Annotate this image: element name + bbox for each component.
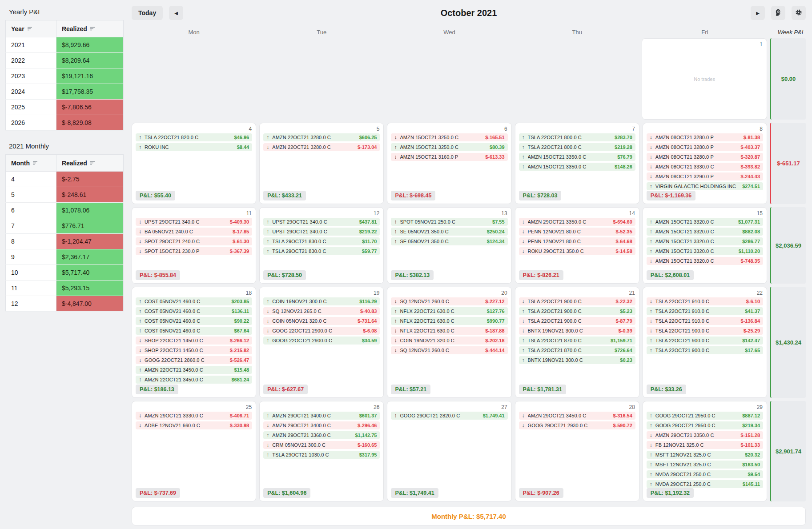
trade-row[interactable]: ↑AMZN 15OCT21 3320.0 C$882.08 bbox=[647, 228, 763, 236]
trade-row[interactable]: ↑AMZN 15OCT21 3250.0 C$80.39 bbox=[391, 143, 507, 151]
trade-row[interactable]: ↓AMZN 29OCT21 3350.0 C$-151.28 bbox=[647, 431, 763, 439]
trade-row[interactable]: ↓SHOP 22OCT21 1450.0 C$-266.12 bbox=[136, 337, 252, 345]
trade-row[interactable]: ↑TSLA 29OCT21 1030.0 C$317.95 bbox=[263, 451, 380, 459]
trade-row[interactable]: ↓SQ 12NOV21 260.0 C$-444.14 bbox=[391, 346, 507, 354]
trade-row[interactable]: ↑COST 05NOV21 460.0 C$136.11 bbox=[136, 307, 252, 315]
trade-row[interactable]: ↓AMZN 29OCT21 3330.0 C$-406.71 bbox=[136, 412, 252, 420]
trade-row[interactable]: ↓UPST 29OCT21 340.0 C$-409.30 bbox=[136, 218, 252, 226]
trade-row[interactable]: ↑TSLA 22OCT21 800.0 C$219.28 bbox=[519, 143, 635, 151]
trade-symbol: UPST 29OCT21 340.0 C bbox=[272, 219, 356, 224]
trade-row[interactable]: ↓AMZN 15OCT21 3160.0 P$-613.33 bbox=[391, 153, 507, 161]
trade-row[interactable]: ↑TSLA 22OCT21 800.0 C$283.70 bbox=[519, 133, 635, 141]
trade-row[interactable]: ↑TSLA 22OCT21 870.0 C$726.64 bbox=[519, 346, 635, 354]
trade-row[interactable]: ↓TSLA 22OCT21 900.0 C$-22.32 bbox=[519, 297, 635, 305]
trade-row[interactable]: ↑TSLA 22OCT21 900.0 C$142.47 bbox=[647, 337, 763, 345]
trade-row[interactable]: ↑NVDA 29OCT21 250.0 C$145.11 bbox=[647, 480, 763, 488]
trade-row[interactable]: ↓COIN 05NOV21 320.0 C$-731.64 bbox=[263, 317, 380, 325]
trade-row[interactable]: ↓AMZN 08OCT21 3330.0 C$-393.82 bbox=[647, 163, 763, 171]
trade-row[interactable]: ↓TSLA 22OCT21 900.0 C$-87.79 bbox=[519, 317, 635, 325]
trade-row[interactable]: ↓BA 05NOV21 240.0 C$-17.85 bbox=[136, 228, 252, 236]
trade-row[interactable]: ↑GOOG 29OCT21 2950.0 C$219.34 bbox=[647, 421, 763, 429]
trade-row[interactable]: ↓GOOG 29OCT21 2930.0 C$-590.72 bbox=[519, 421, 635, 429]
trade-row[interactable]: ↓PENN 12NOV21 80.0 C$-52.35 bbox=[519, 228, 635, 236]
trade-row[interactable]: ↑MSFT 12NOV21 325.0 C$20.32 bbox=[647, 451, 763, 459]
trade-row[interactable]: ↓ROKU 29OCT21 350.0 C$-14.58 bbox=[519, 247, 635, 255]
trade-symbol: TSLA 22OCT21 820.0 C bbox=[145, 135, 232, 140]
trade-row[interactable]: ↑AMZN 29OCT21 3400.0 C$601.37 bbox=[263, 412, 380, 420]
trade-row[interactable]: ↑GOOG 29OCT21 2820.0 C$1,749.41 bbox=[391, 412, 507, 420]
trade-row[interactable]: ↑AMZN 22OCT21 3450.0 C$681.24 bbox=[136, 376, 252, 384]
trade-row[interactable]: ↑COIN 19NOV21 300.0 C$116.29 bbox=[263, 297, 380, 305]
trade-row[interactable]: ↑AMZN 29OCT21 3360.0 C$1,142.75 bbox=[263, 431, 380, 439]
trade-row[interactable]: ↑COST 05NOV21 460.0 C$203.85 bbox=[136, 297, 252, 305]
trade-row[interactable]: ↓GOOG 22OCT21 2860.0 C$-526.47 bbox=[136, 356, 252, 364]
trade-row[interactable]: ↑AMZN 15OCT21 3320.0 C$1,110.20 bbox=[647, 247, 763, 255]
trade-row[interactable]: ↓AMZN 08OCT21 3280.0 P$-81.38 bbox=[647, 133, 763, 141]
trade-row[interactable]: ↓PENN 12NOV21 80.0 C$-64.68 bbox=[519, 237, 635, 245]
trade-row[interactable]: ↑SE 05NOV21 350.0 C$250.24 bbox=[391, 228, 507, 236]
trade-row[interactable]: ↓ADBE 12NOV21 660.0 C$-330.98 bbox=[136, 421, 252, 429]
trade-row[interactable]: ↑AMZN 22OCT21 3280.0 C$606.25 bbox=[263, 133, 380, 141]
trade-row[interactable]: ↑AMZN 22OCT21 3450.0 C$15.48 bbox=[136, 366, 252, 374]
trade-row[interactable]: ↑GOOG 29OCT21 2950.0 C$887.12 bbox=[647, 412, 763, 420]
trade-row[interactable]: ↓TSLA 22OCT21 900.0 C$-25.29 bbox=[647, 327, 763, 335]
trade-row[interactable]: ↓NFLX 22OCT21 630.0 C$-187.88 bbox=[391, 327, 507, 335]
monthly-month-header[interactable]: Month bbox=[6, 155, 56, 172]
insights-button[interactable] bbox=[771, 6, 785, 20]
trade-row[interactable]: ↑ROKU INC$8.44 bbox=[136, 143, 252, 151]
trade-row[interactable]: ↓AMZN 08OCT21 3280.0 P$-403.37 bbox=[647, 143, 763, 151]
trade-row[interactable]: ↑VIRGIN GALACTIC HOLDINGS INC$274.51 bbox=[647, 182, 763, 190]
trade-symbol: AMZN 22OCT21 3280.0 C bbox=[272, 144, 355, 150]
trade-row[interactable]: ↑SPOT 05NOV21 250.0 C$7.55 bbox=[391, 218, 507, 226]
trade-row[interactable]: ↑NVDA 29OCT21 250.0 C$9.54 bbox=[647, 470, 763, 478]
trade-row[interactable]: ↓AMZN 15OCT21 3250.0 C$-165.51 bbox=[391, 133, 507, 141]
trade-row[interactable]: ↑TSLA 22OCT21 870.0 C$1,159.71 bbox=[519, 337, 635, 345]
trade-row[interactable]: ↑COST 05NOV21 460.0 C$90.22 bbox=[136, 317, 252, 325]
trade-row[interactable]: ↑TSLA 22OCT21 820.0 C$46.96 bbox=[136, 133, 252, 141]
trade-row[interactable]: ↓AMZN 22OCT21 3280.0 C$-173.04 bbox=[263, 143, 380, 151]
trade-row[interactable]: ↓COIN 19NOV21 320.0 C$-202.18 bbox=[391, 337, 507, 345]
trade-row[interactable]: ↑NFLX 22OCT21 630.0 C$127.76 bbox=[391, 307, 507, 315]
trade-row[interactable]: ↑TSLA 29OCT21 830.0 C$11.70 bbox=[263, 237, 380, 245]
trade-row[interactable]: ↑TSLA 22OCT21 900.0 C$17.65 bbox=[647, 346, 763, 354]
trade-row[interactable]: ↓AMZN 29OCT21 3350.0 C$-694.60 bbox=[519, 218, 635, 226]
trade-row[interactable]: ↑AMZN 15OCT21 3350.0 C$76.79 bbox=[519, 153, 635, 161]
row-realized-value: $-7,806.56 bbox=[56, 100, 123, 115]
trade-row[interactable]: ↓TSLA 22OCT21 910.0 C$-6.10 bbox=[647, 297, 763, 305]
settings-button[interactable] bbox=[792, 6, 806, 20]
trade-row[interactable]: ↑UPST 29OCT21 340.0 C$219.22 bbox=[263, 228, 380, 236]
monthly-realized-header[interactable]: Realized bbox=[56, 155, 123, 172]
trade-row[interactable]: ↑SE 05NOV21 350.0 C$124.34 bbox=[391, 237, 507, 245]
trade-row[interactable]: ↑MSFT 12NOV21 325.0 C$163.50 bbox=[647, 461, 763, 469]
trade-row[interactable]: ↓AMZN 29OCT21 3400.0 C$-296.46 bbox=[263, 421, 380, 429]
trade-row[interactable]: ↓SPOT 15OCT21 230.0 P$-367.39 bbox=[136, 247, 252, 255]
trade-row[interactable]: ↓BNTX 19NOV21 300.0 C$-0.39 bbox=[519, 327, 635, 335]
trade-row[interactable]: ↓AMZN 29OCT21 3450.0 C$-316.54 bbox=[519, 412, 635, 420]
trade-row[interactable]: ↓SQ 12NOV21 260.0 C$-227.12 bbox=[391, 297, 507, 305]
trade-row[interactable]: ↓AMZN 08OCT21 3280.0 P$-320.87 bbox=[647, 153, 763, 161]
trade-row[interactable]: ↓AMZN 08OCT21 3290.0 P$-244.43 bbox=[647, 172, 763, 180]
trade-row[interactable]: ↓SPOT 29OCT21 240.0 C$-61.30 bbox=[136, 237, 252, 245]
trade-row[interactable]: ↑AMZN 15OCT21 3320.0 C$1,077.31 bbox=[647, 218, 763, 226]
trade-row[interactable]: ↑TSLA 22OCT21 900.0 C$5.23 bbox=[519, 307, 635, 315]
trade-row[interactable]: ↑COST 05NOV21 460.0 C$67.64 bbox=[136, 327, 252, 335]
yearly-realized-header[interactable]: Realized bbox=[56, 20, 123, 37]
trade-row[interactable]: ↑AMZN 15OCT21 3320.0 C$286.77 bbox=[647, 237, 763, 245]
trade-row[interactable]: ↑AMZN 15OCT21 3350.0 C$148.26 bbox=[519, 163, 635, 171]
trade-row[interactable]: ↓TSLA 22OCT21 910.0 C$-136.84 bbox=[647, 317, 763, 325]
arrow-down-icon: ↓ bbox=[522, 239, 525, 244]
trade-row[interactable]: ↓GOOG 22OCT21 2900.0 C$-6.08 bbox=[263, 327, 380, 335]
trade-row[interactable]: ↑GOOG 22OCT21 2900.0 C$34.59 bbox=[263, 337, 380, 345]
trade-row[interactable]: ↓FB 12NOV21 325.0 C$-101.33 bbox=[647, 441, 763, 449]
trade-row[interactable]: ↓SHOP 22OCT21 1450.0 C$-215.82 bbox=[136, 346, 252, 354]
yearly-year-header[interactable]: Year bbox=[6, 20, 56, 37]
trade-row[interactable]: ↑BNTX 19NOV21 300.0 C$0.23 bbox=[519, 356, 635, 364]
trade-row[interactable]: ↑TSLA 29OCT21 830.0 C$59.77 bbox=[263, 247, 380, 255]
trade-row[interactable]: ↓CRM 05NOV21 300.0 C$-160.65 bbox=[263, 441, 380, 449]
trade-row[interactable]: ↓AMZN 15OCT21 3320.0 C$-748.35 bbox=[647, 257, 763, 265]
trade-row[interactable]: ↑UPST 29OCT21 340.0 C$437.81 bbox=[263, 218, 380, 226]
trade-row[interactable]: ↓SQ 12NOV21 265.0 C$-40.83 bbox=[263, 307, 380, 315]
trade-row[interactable]: ↑TSLA 22OCT21 910.0 C$41.37 bbox=[647, 307, 763, 315]
next-month-button[interactable]: ▶ bbox=[751, 6, 765, 20]
trade-row[interactable]: ↑NFLX 22OCT21 630.0 C$990.77 bbox=[391, 317, 507, 325]
